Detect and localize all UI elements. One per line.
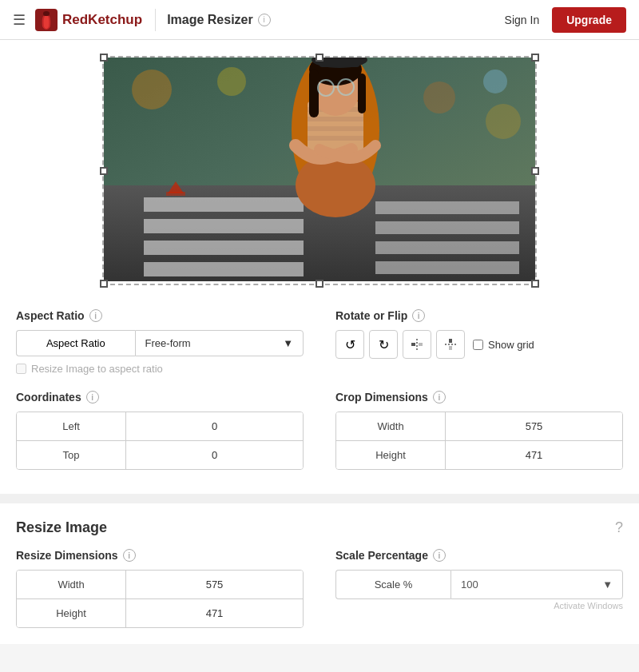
brand-icon <box>35 9 58 31</box>
aspect-ratio-label: Aspect Ratio i <box>16 309 304 322</box>
brand-logo: RedKetchup <box>35 9 142 31</box>
handle-bottom-mid[interactable] <box>316 280 323 288</box>
coord-top-row: Top 0 <box>17 441 303 469</box>
resize-width-label: Width <box>17 571 125 598</box>
svg-rect-12 <box>144 262 304 276</box>
rotate-flip-group: Rotate or Flip i ↺ ↻ <box>335 309 623 375</box>
svg-point-4 <box>217 67 246 96</box>
scale-dropdown[interactable]: 100 ▼ <box>450 570 623 599</box>
resize-dimensions-table: Width 575 Height 471 <box>16 570 304 628</box>
upgrade-button[interactable]: Upgrade <box>552 7 626 33</box>
handle-mid-left[interactable] <box>100 167 108 175</box>
crop-dimensions-table: Width 575 Height 471 <box>335 412 623 470</box>
rotate-flip-label: Rotate or Flip i <box>335 309 623 322</box>
svg-rect-9 <box>144 197 304 212</box>
resize-section-header: Resize Image ? <box>16 519 623 536</box>
resize-dimensions-info-icon[interactable]: i <box>123 549 136 562</box>
menu-icon[interactable]: ☰ <box>13 11 26 29</box>
show-grid-label[interactable]: Show grid <box>473 339 534 351</box>
flip-v-icon <box>443 337 458 352</box>
handle-top-left[interactable] <box>100 54 108 62</box>
svg-rect-36 <box>419 343 423 346</box>
resize-width-value[interactable]: 575 <box>125 571 303 598</box>
header: ☰ RedKetchup Image Resizer i Sign In Upg… <box>0 0 639 40</box>
svg-rect-35 <box>411 343 415 346</box>
svg-rect-20 <box>308 117 363 121</box>
app-title: Image Resizer <box>167 13 253 27</box>
crop-height-row: Height 471 <box>336 441 622 469</box>
section-separator <box>0 494 639 503</box>
resize-image-label: Resize Image to aspect ratio <box>31 363 163 375</box>
crop-dimensions-info-icon[interactable]: i <box>433 391 446 404</box>
svg-rect-26 <box>309 70 319 117</box>
app-info-icon[interactable]: i <box>258 14 271 26</box>
rotate-flip-row: ↺ ↻ <box>335 330 623 359</box>
svg-point-23 <box>296 153 375 217</box>
aspect-ratio-info-icon[interactable]: i <box>89 309 102 322</box>
rotate-flip-info-icon[interactable]: i <box>412 309 425 322</box>
handle-top-mid[interactable] <box>316 54 323 62</box>
resize-dimensions-group: Resize Dimensions i Width 575 Height 471 <box>16 549 304 628</box>
svg-rect-29 <box>320 58 359 67</box>
crop-dimensions-label: Crop Dimensions i <box>335 391 623 404</box>
coordinates-label: Coordinates i <box>16 391 304 404</box>
flip-horizontal-button[interactable] <box>403 330 431 359</box>
watermark-notice: Activate Windows <box>335 601 623 610</box>
aspect-ratio-button[interactable]: Aspect Ratio <box>16 330 135 356</box>
svg-point-3 <box>132 70 172 109</box>
controls-section: Aspect Ratio i Aspect Ratio Free-form ▼ … <box>16 301 623 478</box>
coord-top-value[interactable]: 0 <box>125 441 303 469</box>
svg-rect-13 <box>375 201 519 214</box>
header-divider <box>155 9 156 31</box>
resize-width-row: Width 575 <box>17 571 303 599</box>
handle-mid-right[interactable] <box>531 167 539 175</box>
coord-left-row: Left 0 <box>17 412 303 441</box>
svg-rect-14 <box>375 221 519 234</box>
flip-vertical-button[interactable] <box>436 330 465 359</box>
resize-height-value[interactable]: 471 <box>125 599 303 627</box>
svg-rect-39 <box>449 346 452 350</box>
resize-dimensions-label: Resize Dimensions i <box>16 549 304 562</box>
svg-point-6 <box>483 70 507 93</box>
flip-h-icon <box>410 337 424 352</box>
main-image <box>104 58 535 281</box>
coordinates-group: Coordinates i Left 0 Top 0 <box>16 391 304 470</box>
scale-percentage-info-icon[interactable]: i <box>433 549 446 562</box>
scale-percentage-label: Scale Percentage i <box>335 549 623 562</box>
svg-rect-38 <box>449 339 452 343</box>
aspect-ratio-row: Aspect Ratio Free-form ▼ <box>16 330 304 356</box>
crop-dimensions-group: Crop Dimensions i Width 575 Height 471 <box>335 391 623 470</box>
crop-height-value[interactable]: 471 <box>445 441 622 469</box>
handle-bottom-right[interactable] <box>531 280 539 288</box>
handle-bottom-left[interactable] <box>100 280 108 288</box>
resize-section-title: Resize Image <box>16 519 107 536</box>
svg-rect-16 <box>375 261 519 274</box>
signin-button[interactable]: Sign In <box>505 14 540 26</box>
resize-image-checkbox-row: Resize Image to aspect ratio <box>16 363 304 375</box>
resize-image-checkbox[interactable] <box>16 364 26 374</box>
image-wrapper[interactable] <box>102 56 537 285</box>
rotate-cw-button[interactable]: ↻ <box>369 330 398 359</box>
main-content: Aspect Ratio i Aspect Ratio Free-form ▼ … <box>0 40 639 494</box>
handle-top-right[interactable] <box>531 54 539 62</box>
svg-point-7 <box>486 104 521 139</box>
brand-name: RedKetchup <box>62 12 142 28</box>
aspect-ratio-dropdown[interactable]: Free-form ▼ <box>135 330 304 356</box>
coordinates-table: Left 0 Top 0 <box>16 412 304 470</box>
show-grid-checkbox[interactable] <box>473 340 483 350</box>
resize-section: Resize Image ? Resize Dimensions i Width… <box>0 503 639 644</box>
resize-help-icon[interactable]: ? <box>615 519 623 536</box>
svg-rect-11 <box>144 241 304 255</box>
aspect-ratio-group: Aspect Ratio i Aspect Ratio Free-form ▼ … <box>16 309 304 375</box>
crop-width-label: Width <box>336 412 445 440</box>
svg-rect-21 <box>308 126 363 131</box>
rotate-ccw-button[interactable]: ↺ <box>335 330 364 359</box>
resize-grid: Resize Dimensions i Width 575 Height 471… <box>16 549 623 628</box>
svg-rect-27 <box>358 74 366 113</box>
coordinates-info-icon[interactable]: i <box>86 391 99 404</box>
crop-height-label: Height <box>336 441 445 469</box>
scale-dropdown-row: Scale % 100 ▼ <box>335 570 623 599</box>
coord-left-value[interactable]: 0 <box>125 412 303 440</box>
svg-point-1 <box>43 11 50 16</box>
crop-width-value[interactable]: 575 <box>445 412 622 440</box>
